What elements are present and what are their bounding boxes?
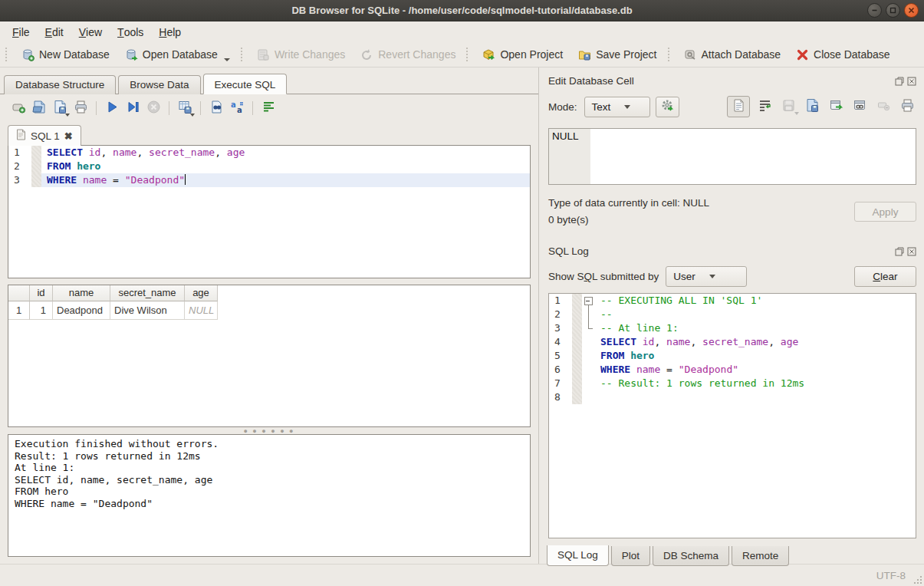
execution-message-box[interactable]: Execution finished without errors. Resul… — [8, 434, 531, 557]
close-button[interactable] — [904, 3, 919, 18]
token-kw: WHERE — [47, 174, 77, 186]
word-wrap-button[interactable] — [259, 99, 278, 117]
sql-log-view[interactable]: 1-- EXECUTING ALL IN 'SQL 1'2--3-- At li… — [548, 293, 916, 538]
cell-age[interactable]: NULL — [185, 301, 218, 320]
save-results-button[interactable] — [176, 99, 194, 117]
code-text[interactable]: -- EXECUTING ALL IN 'SQL 1' — [595, 294, 916, 308]
float-panel-icon[interactable] — [894, 76, 904, 86]
find-replace-button[interactable] — [207, 99, 225, 117]
submitted-by-select[interactable]: User — [666, 266, 747, 287]
minimize-button[interactable] — [867, 3, 882, 18]
dock-tab-remote[interactable]: Remote — [732, 546, 789, 566]
toolbar-button-label: Save Project — [596, 48, 656, 61]
write-changes-button[interactable]: Write Changes — [250, 44, 352, 65]
code-text[interactable]: SELECT id, name, secret_name, age — [41, 146, 530, 160]
open-link-button[interactable] — [850, 97, 869, 116]
close-panel-icon[interactable] — [906, 76, 916, 86]
code-text[interactable]: -- Result: 1 rows returned in 12ms — [595, 377, 916, 390]
execute-all-button[interactable] — [103, 99, 121, 117]
close-panel-icon[interactable] — [906, 246, 916, 256]
column-header-id[interactable]: id — [30, 285, 53, 301]
tab-database-structure[interactable]: Database Structure — [4, 75, 116, 94]
sql-doc-tab[interactable]: SQL 1 ✖ — [8, 125, 81, 146]
save-cell-button[interactable] — [779, 97, 797, 116]
code-text[interactable]: FROM hero — [595, 349, 916, 363]
menu-edit[interactable]: Edit — [38, 21, 71, 42]
code-text[interactable]: -- — [595, 308, 916, 321]
results-message-splitter[interactable]: ● ● ● ● ● ● — [0, 427, 538, 434]
text-mode-button[interactable] — [727, 96, 750, 117]
print-sql-button[interactable] — [71, 99, 90, 117]
menu-view[interactable]: View — [71, 21, 110, 42]
format-sql-button[interactable]: aa — [228, 99, 246, 117]
encoding-indicator[interactable]: UTF-8 — [876, 570, 906, 581]
set-null-button[interactable] — [874, 97, 893, 116]
apply-button[interactable]: Apply — [854, 202, 916, 222]
mode-select[interactable]: Text — [584, 97, 650, 117]
dock-tab-plot[interactable]: Plot — [611, 546, 650, 566]
fold-marker-icon — [582, 308, 595, 321]
dock-tab-db-schema[interactable]: DB Schema — [653, 546, 729, 566]
close-database-button[interactable]: Close Database — [789, 44, 897, 65]
menu-tools[interactable]: Tools — [110, 21, 151, 42]
token-tbl: hero — [77, 160, 100, 172]
execute-line-button[interactable] — [123, 99, 142, 117]
chevron-down-icon[interactable] — [794, 112, 799, 115]
editor-margin — [572, 363, 582, 377]
column-header-age[interactable]: age — [185, 285, 218, 301]
tab-execute-sql[interactable]: Execute SQL — [203, 74, 288, 94]
cell-id[interactable]: 1 — [30, 301, 53, 320]
menu-file[interactable]: File — [5, 21, 38, 42]
menu-help[interactable]: Help — [151, 21, 189, 42]
code-text[interactable]: -- At line 1: — [595, 321, 916, 335]
cell-name[interactable]: Deadpond — [53, 301, 110, 320]
row-number[interactable]: 1 — [8, 301, 30, 320]
close-tab-icon[interactable]: ✖ — [64, 130, 73, 142]
fold-marker-icon[interactable] — [582, 294, 595, 308]
print-cell-button[interactable] — [898, 97, 916, 116]
float-panel-icon[interactable] — [894, 246, 904, 256]
resize-grip-icon[interactable] — [913, 575, 922, 584]
maximize-button[interactable] — [886, 3, 900, 18]
editor-margin — [572, 308, 582, 321]
open-database-button[interactable]: Open Database — [118, 44, 237, 65]
new-sql-tab-button[interactable] — [9, 99, 28, 117]
sql-editor[interactable]: 1SELECT id, name, secret_name, age2FROM … — [8, 145, 531, 278]
cell-secret-name[interactable]: Dive Wilson — [110, 301, 185, 320]
attach-database-button[interactable]: Attach Database — [677, 44, 788, 65]
code-text[interactable]: SELECT id, name, secret_name, age — [595, 335, 916, 349]
cell-value-editor[interactable]: NULL — [548, 128, 916, 185]
save-sql-file-button[interactable] — [51, 99, 69, 117]
token-pl: , — [690, 336, 702, 347]
open-sql-file-button[interactable] — [30, 99, 48, 117]
show-sql-label: Show SQL submitted by — [548, 271, 659, 282]
stop-button[interactable] — [144, 99, 163, 117]
code-text[interactable]: WHERE name = "Deadpond" — [41, 173, 530, 187]
open-external-button[interactable] — [827, 97, 845, 116]
clear-log-button[interactable]: Clear — [854, 266, 916, 287]
grid-corner[interactable] — [8, 285, 30, 301]
print-sql-icon — [74, 100, 88, 117]
chevron-down-icon[interactable] — [65, 114, 70, 117]
dock-tab-sql-log[interactable]: SQL Log — [547, 545, 609, 566]
column-header-name[interactable]: name — [53, 285, 110, 301]
fold-margin — [582, 335, 595, 349]
column-header-secret-name[interactable]: secret_name — [110, 285, 185, 301]
chevron-down-icon[interactable] — [224, 58, 230, 61]
new-database-button[interactable]: New Database — [15, 44, 117, 65]
open-project-button[interactable]: Open Project — [475, 44, 570, 65]
code-text[interactable] — [595, 390, 916, 404]
token-pl — [77, 174, 83, 186]
word-wrap-cell-button[interactable] — [755, 97, 774, 116]
save-project-button[interactable]: Save Project — [571, 44, 663, 65]
code-text[interactable]: FROM hero — [41, 160, 530, 173]
chevron-down-icon[interactable] — [190, 114, 195, 117]
tab-browse-data[interactable]: Browse Data — [118, 75, 200, 94]
token-pl: , — [768, 336, 781, 347]
sql-log-title: SQL Log — [548, 245, 589, 257]
close-database-icon — [796, 48, 809, 61]
revert-changes-button[interactable]: Revert Changes — [353, 44, 462, 65]
import-cell-button[interactable] — [803, 97, 821, 116]
auto-switch-mode-button[interactable] — [656, 97, 679, 117]
code-text[interactable]: WHERE name = "Deadpond" — [595, 363, 916, 377]
